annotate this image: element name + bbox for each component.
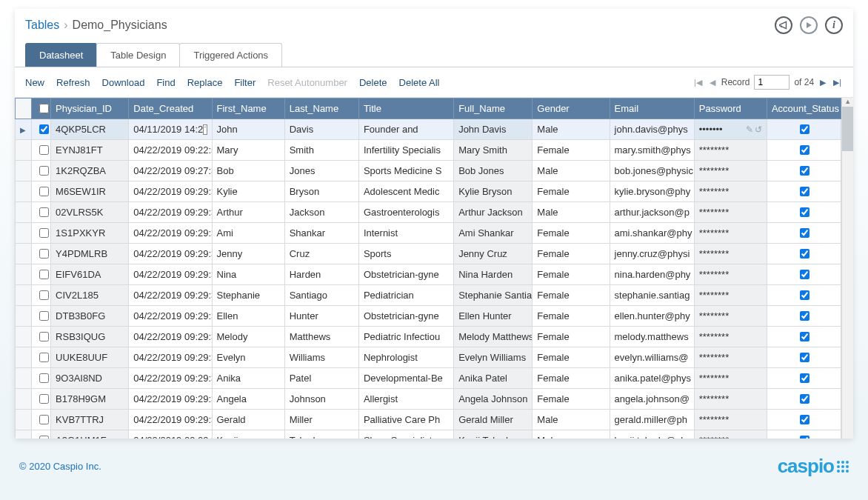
cell-date-created[interactable]: 04/22/2019 09:22:5 bbox=[129, 140, 212, 161]
edit-icon[interactable]: ✎ bbox=[746, 124, 753, 135]
cell-physician-id[interactable]: M6SEW1IR bbox=[51, 181, 129, 202]
cell-account-status[interactable] bbox=[767, 202, 841, 223]
cell-last-name[interactable]: Santiago bbox=[284, 285, 358, 306]
col-physician-id[interactable]: Physician_ID bbox=[51, 99, 129, 119]
info-icon[interactable]: i bbox=[825, 16, 843, 34]
cell-full-name[interactable]: Evelyn Williams bbox=[454, 347, 533, 368]
cell-gender[interactable]: Female bbox=[533, 244, 610, 264]
download-button[interactable]: Download bbox=[102, 77, 145, 88]
table-row[interactable]: 1S1PXKYR04/22/2019 09:29:3AmiShankarInte… bbox=[16, 223, 841, 244]
header-checkbox[interactable] bbox=[32, 99, 51, 119]
cell-physician-id[interactable]: CIV2L185 bbox=[51, 285, 129, 306]
cell-title[interactable]: Pediatrician bbox=[358, 285, 453, 306]
cell-full-name[interactable]: Angela Johnson bbox=[454, 389, 533, 410]
cell-email[interactable]: stephanie.santiag bbox=[610, 285, 694, 306]
cell-gender[interactable]: Female bbox=[533, 389, 610, 410]
cell-first-name[interactable]: Gerald bbox=[212, 410, 284, 430]
cell-date-created[interactable]: 04/22/2019 09:29:3 bbox=[129, 430, 212, 439]
row-checkbox[interactable] bbox=[32, 368, 51, 389]
cell-first-name[interactable]: Mary bbox=[212, 140, 284, 161]
table-row[interactable]: EIFV61DA04/22/2019 09:29:3NinaHardenObst… bbox=[16, 264, 841, 285]
cell-first-name[interactable]: Kylie bbox=[212, 181, 284, 202]
table-row[interactable]: M6SEW1IR04/22/2019 09:29:3KylieBrysonAdo… bbox=[16, 181, 841, 202]
cell-account-status[interactable] bbox=[767, 327, 841, 347]
cell-account-status[interactable] bbox=[767, 223, 841, 244]
cell-first-name[interactable]: Jenny bbox=[212, 244, 284, 264]
cell-title[interactable]: Adolescent Medic bbox=[358, 181, 453, 202]
cell-physician-id[interactable]: 1K2RQZBA bbox=[51, 161, 129, 181]
cell-physician-id[interactable]: RSB3IQUG bbox=[51, 327, 129, 347]
cell-title[interactable]: Sports bbox=[358, 244, 453, 264]
tab-triggered-actions[interactable]: Triggered Actions bbox=[179, 43, 282, 67]
delete-button[interactable]: Delete bbox=[359, 77, 387, 88]
cell-password[interactable]: ******** bbox=[694, 223, 767, 244]
cell-full-name[interactable]: John Davis bbox=[454, 119, 533, 140]
col-first-name[interactable]: First_Name bbox=[212, 99, 284, 119]
cell-last-name[interactable]: Miller bbox=[284, 410, 358, 430]
cell-gender[interactable]: Female bbox=[533, 327, 610, 347]
cell-date-created[interactable]: 04/22/2019 09:29:3 bbox=[129, 368, 212, 389]
cell-physician-id[interactable]: 02VLRS5K bbox=[51, 202, 129, 223]
cell-email[interactable]: bob.jones@physic bbox=[610, 161, 694, 181]
cell-last-name[interactable]: Davis bbox=[284, 119, 358, 140]
row-checkbox[interactable] bbox=[32, 244, 51, 264]
cell-email[interactable]: arthur.jackson@p bbox=[610, 202, 694, 223]
cell-gender[interactable]: Female bbox=[533, 264, 610, 285]
cell-account-status[interactable] bbox=[767, 410, 841, 430]
cell-email[interactable]: kylie.bryson@phy bbox=[610, 181, 694, 202]
table-row[interactable]: EYNJ81FT04/22/2019 09:22:5MarySmithInfer… bbox=[16, 140, 841, 161]
cell-full-name[interactable]: Kenji Takeda bbox=[454, 430, 533, 439]
new-button[interactable]: New bbox=[25, 77, 44, 88]
cell-gender[interactable]: Female bbox=[533, 223, 610, 244]
cell-password[interactable]: ******** bbox=[694, 368, 767, 389]
cell-password[interactable]: ******** bbox=[694, 244, 767, 264]
cell-account-status[interactable] bbox=[767, 140, 841, 161]
cell-account-status[interactable] bbox=[767, 264, 841, 285]
cell-first-name[interactable]: Ellen bbox=[212, 306, 284, 327]
cell-email[interactable]: mary.smith@phys bbox=[610, 140, 694, 161]
cell-title[interactable]: Internist bbox=[358, 223, 453, 244]
cell-physician-id[interactable]: UUKE8UUF bbox=[51, 347, 129, 368]
cell-date-created[interactable]: 04/22/2019 09:29:3 bbox=[129, 389, 212, 410]
cell-date-created[interactable]: 04/22/2019 09:29:3 bbox=[129, 202, 212, 223]
cell-title[interactable]: Developmental-Be bbox=[358, 368, 453, 389]
cell-last-name[interactable]: Hunter bbox=[284, 306, 358, 327]
col-full-name[interactable]: Full_Name bbox=[454, 99, 533, 119]
calendar-icon[interactable] bbox=[203, 124, 207, 135]
cell-password[interactable]: ******** bbox=[694, 306, 767, 327]
cell-physician-id[interactable]: 4QKP5LCR bbox=[51, 119, 129, 140]
cell-full-name[interactable]: Kylie Bryson bbox=[454, 181, 533, 202]
row-checkbox[interactable] bbox=[32, 181, 51, 202]
nav-last-icon[interactable]: ▶| bbox=[832, 78, 843, 87]
row-checkbox[interactable] bbox=[32, 140, 51, 161]
cell-last-name[interactable]: Takeda bbox=[284, 430, 358, 439]
cell-email[interactable]: evelyn.williams@ bbox=[610, 347, 694, 368]
cell-physician-id[interactable]: EIFV61DA bbox=[51, 264, 129, 285]
cell-gender[interactable]: Female bbox=[533, 347, 610, 368]
cell-first-name[interactable]: Anika bbox=[212, 368, 284, 389]
table-row[interactable]: DTB3B0FG04/22/2019 09:29:3EllenHunterObs… bbox=[16, 306, 841, 327]
cell-email[interactable]: melody.matthews bbox=[610, 327, 694, 347]
cell-email[interactable]: gerald.miller@ph bbox=[610, 410, 694, 430]
cell-date-created[interactable]: 04/22/2019 09:27:3 bbox=[129, 161, 212, 181]
cell-full-name[interactable]: Mary Smith bbox=[454, 140, 533, 161]
cell-date-created[interactable]: 04/22/2019 09:29:3 bbox=[129, 181, 212, 202]
table-row[interactable]: UUKE8UUF04/22/2019 09:29:3EvelynWilliams… bbox=[16, 347, 841, 368]
cell-gender[interactable]: Male bbox=[533, 161, 610, 181]
cell-account-status[interactable] bbox=[767, 430, 841, 439]
row-checkbox[interactable] bbox=[32, 430, 51, 439]
row-checkbox[interactable] bbox=[32, 285, 51, 306]
cell-last-name[interactable]: Smith bbox=[284, 140, 358, 161]
cell-title[interactable]: Sleep Specialist bbox=[358, 430, 453, 439]
cell-account-status[interactable] bbox=[767, 244, 841, 264]
cell-first-name[interactable]: Kenji bbox=[212, 430, 284, 439]
announce-icon[interactable] bbox=[775, 16, 792, 34]
cell-date-created[interactable]: 04/22/2019 09:29:3 bbox=[129, 285, 212, 306]
cell-gender[interactable]: Female bbox=[533, 285, 610, 306]
cell-password[interactable]: ******** bbox=[694, 264, 767, 285]
cell-physician-id[interactable]: B178H9GM bbox=[51, 389, 129, 410]
row-checkbox[interactable] bbox=[32, 327, 51, 347]
cell-first-name[interactable]: Angela bbox=[212, 389, 284, 410]
cell-title[interactable]: Allergist bbox=[358, 389, 453, 410]
cell-account-status[interactable] bbox=[767, 306, 841, 327]
